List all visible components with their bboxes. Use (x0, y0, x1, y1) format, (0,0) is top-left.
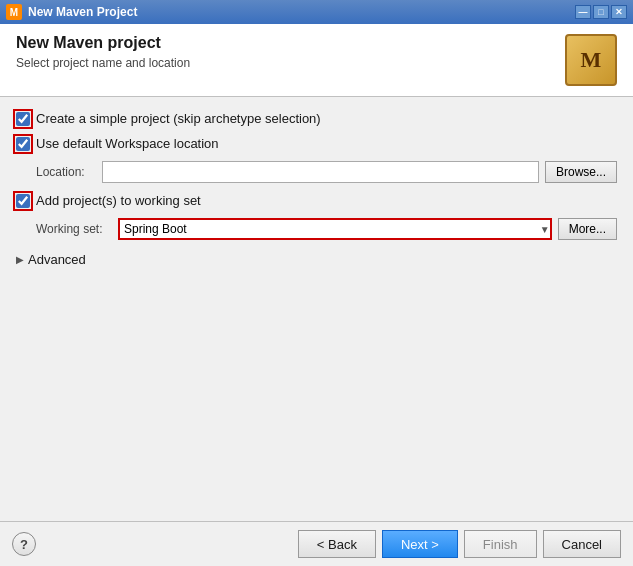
help-button[interactable]: ? (12, 532, 36, 556)
title-bar: M New Maven Project — □ ✕ (0, 0, 633, 24)
default-workspace-label[interactable]: Use default Workspace location (36, 136, 219, 151)
dialog-title: New Maven project (16, 34, 565, 52)
dialog-header: New Maven project Select project name an… (0, 24, 633, 97)
location-row: Location: Browse... (16, 161, 617, 183)
finish-button[interactable]: Finish (464, 530, 537, 558)
next-button[interactable]: Next > (382, 530, 458, 558)
workingset-row: Working set: Spring Boot ▼ More... (16, 218, 617, 240)
workingset-combo-wrapper: Spring Boot ▼ (118, 218, 552, 240)
location-input[interactable] (102, 161, 539, 183)
cancel-button[interactable]: Cancel (543, 530, 621, 558)
title-bar-icon: M (6, 4, 22, 20)
dialog-subtitle: Select project name and location (16, 56, 565, 70)
maximize-button[interactable]: □ (593, 5, 609, 19)
title-bar-text: New Maven Project (28, 5, 569, 19)
advanced-row[interactable]: ▶ Advanced (16, 250, 617, 269)
dialog-header-text: New Maven project Select project name an… (16, 34, 565, 70)
default-workspace-checkbox[interactable] (16, 137, 30, 151)
more-button[interactable]: More... (558, 218, 617, 240)
advanced-arrow-icon: ▶ (16, 254, 24, 265)
back-button[interactable]: < Back (298, 530, 376, 558)
location-label: Location: (36, 165, 96, 179)
dialog: New Maven project Select project name an… (0, 24, 633, 566)
workingset-select[interactable]: Spring Boot (118, 218, 552, 240)
content-spacer (16, 279, 617, 507)
simple-project-row: Create a simple project (skip archetype … (16, 111, 617, 126)
close-button[interactable]: ✕ (611, 5, 627, 19)
workingset-label: Working set: (36, 222, 112, 236)
dialog-bottom: ? < Back Next > Finish Cancel (0, 521, 633, 566)
add-workingset-label[interactable]: Add project(s) to working set (36, 193, 201, 208)
advanced-label: Advanced (28, 252, 86, 267)
minimize-button[interactable]: — (575, 5, 591, 19)
simple-project-label[interactable]: Create a simple project (skip archetype … (36, 111, 321, 126)
browse-button[interactable]: Browse... (545, 161, 617, 183)
title-bar-controls: — □ ✕ (575, 5, 627, 19)
default-workspace-row: Use default Workspace location (16, 136, 617, 151)
add-workingset-row: Add project(s) to working set (16, 193, 617, 208)
add-workingset-checkbox[interactable] (16, 194, 30, 208)
bottom-buttons: < Back Next > Finish Cancel (298, 530, 621, 558)
simple-project-checkbox[interactable] (16, 112, 30, 126)
dialog-content: Create a simple project (skip archetype … (0, 97, 633, 521)
maven-icon: M (565, 34, 617, 86)
